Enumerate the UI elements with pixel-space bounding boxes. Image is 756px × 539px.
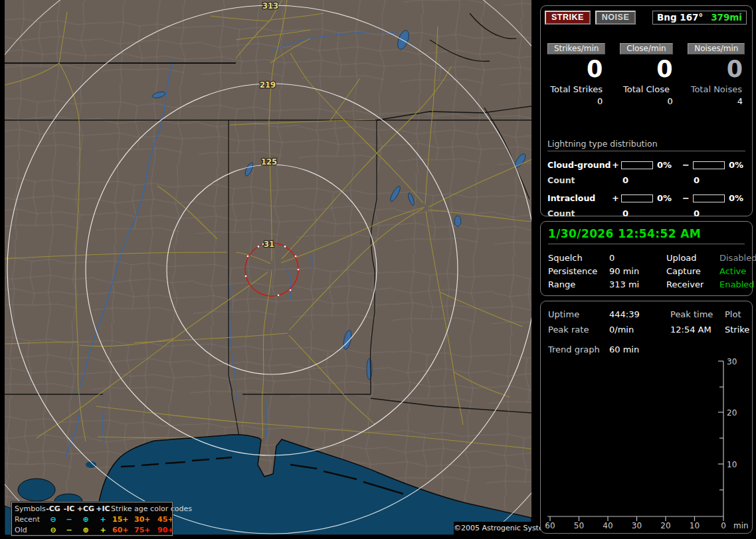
legend-col-neg-ic: -IC (62, 504, 76, 513)
intracloud-row: Intracloud + 0% − 0% (547, 191, 745, 206)
close-counter-column: Close/min 0 Total Close 0 (613, 43, 679, 106)
strikes-counter-column: Strikes/min 0 Total Strikes 0 (543, 43, 609, 106)
noises-counter-column: Noises/min 0 Total Noises 4 (684, 43, 749, 106)
ic-minus-count: 0 (683, 208, 745, 218)
squelch-value: 0 (609, 253, 666, 263)
minus-sign: − (682, 193, 693, 203)
y-axis-ticks (718, 361, 723, 490)
upload-status: Disabled (719, 253, 756, 263)
legend-old-label: Old (15, 526, 45, 534)
legend-col-neg-cg: -CG (45, 504, 62, 513)
age-60: 60+ (111, 526, 133, 534)
pos-cg-old-icon: ⊕ (76, 526, 95, 534)
trend-window-value: 60 min (609, 345, 745, 354)
total-noises-label: Total Noises (684, 84, 749, 94)
ic-plus-bar (621, 194, 653, 202)
map-legend: Symbols -CG -IC +CG +IC Strike age color… (11, 502, 173, 536)
neg-cg-recent-icon: ⊖ (45, 515, 62, 524)
intracloud-label: Intracloud (547, 193, 612, 203)
neg-ic-old-icon: − (62, 526, 76, 534)
legend-age-header: Strike age color codes (111, 504, 175, 513)
receiver-label: Receiver (666, 279, 719, 289)
cg-minus-bar (693, 161, 725, 169)
pos-ic-recent-icon: + (95, 515, 111, 524)
legend-col-pos-ic: +IC (95, 504, 111, 513)
persistence-label: Persistence (548, 266, 609, 276)
close-per-min-label: Close/min (620, 43, 672, 54)
age-15: 15+ (111, 515, 133, 524)
age-30: 30+ (133, 515, 156, 524)
legend-symbols-header: Symbols (15, 504, 45, 513)
lightning-map[interactable]: 313 219 125 31 Symbols -CG -IC +CG +IC S… (5, 0, 531, 535)
x-tick-10: 10 (690, 521, 700, 530)
app-window: 313 219 125 31 Symbols -CG -IC +CG +IC S… (0, 0, 756, 539)
ring-label-219: 219 (260, 80, 276, 90)
uptime-label: Uptime (548, 309, 609, 319)
x-tick-20: 20 (660, 521, 670, 530)
x-tick-50: 50 (574, 521, 584, 530)
cg-minus-count: 0 (683, 175, 745, 185)
ic-count-label: Count (547, 208, 612, 218)
trend-graph-row: Trend graph 60 min (548, 342, 745, 356)
strikes-per-min-label: Strikes/min (547, 43, 605, 54)
intracloud-count-row: Count 0 0 (547, 206, 745, 221)
mode-button-row: STRIKE NOISE Bng 167° 379mi (545, 11, 747, 25)
noises-per-min-label: Noises/min (688, 43, 745, 54)
upload-label: Upload (666, 253, 719, 263)
pos-ic-old-icon: + (95, 526, 111, 534)
plot-label: Plot (725, 309, 745, 319)
total-close-value: 0 (613, 96, 679, 106)
strike-mode-button[interactable]: STRIKE (545, 11, 591, 25)
stats-panel: Uptime 444:39 Peak time Plot Peak rate 0… (540, 301, 753, 534)
trend-graph-label: Trend graph (548, 345, 609, 354)
trend-graph-chart: 30 20 10 60 50 40 30 20 10 0 min (541, 357, 751, 530)
age-90: 90+ (156, 526, 175, 534)
capture-label: Capture (666, 266, 719, 276)
ring-label-313: 313 (262, 1, 278, 11)
distribution-title: Lightning type distribution (547, 139, 745, 151)
y-tick-30: 30 (727, 357, 737, 366)
y-tick-20: 20 (727, 408, 737, 418)
ic-plus-count: 0 (612, 208, 683, 218)
x-tick-60: 60 (545, 521, 555, 530)
close-per-min-value: 0 (613, 56, 679, 82)
cg-plus-pct: 0% (654, 160, 682, 170)
noise-mode-button[interactable]: NOISE (595, 11, 636, 25)
persistence-value: 90 min (609, 266, 666, 276)
ic-plus-pct: 0% (654, 193, 682, 203)
x-tick-40: 40 (603, 521, 613, 530)
ring-label-125: 125 (261, 157, 277, 167)
cg-minus-pct: 0% (726, 160, 753, 170)
x-tick-30: 30 (632, 521, 642, 530)
age-45: 45+ (156, 515, 175, 524)
cg-plus-count: 0 (612, 175, 683, 185)
rate-counters: Strikes/min 0 Total Strikes 0 Close/min … (543, 43, 749, 106)
x-axis-labels: 60 50 40 30 20 10 0 (545, 521, 725, 530)
peak-rate-value: 0/min (609, 325, 670, 335)
plus-sign: + (612, 160, 621, 170)
neg-ic-recent-icon: − (62, 515, 76, 524)
copyright-notice: ©2005 Astrogenic Systems (454, 522, 536, 535)
y-tick-10: 10 (727, 460, 737, 469)
noises-per-min-value: 0 (684, 56, 749, 82)
range-value: 313 mi (609, 279, 666, 289)
legend-row-old: Old ⊖ − ⊕ + 60+ 75+ 90+ (15, 524, 171, 535)
x-axis-ticks (550, 516, 723, 521)
peak-time-label: Peak time (670, 309, 725, 319)
range-label: Range (548, 279, 609, 289)
map-canvas: 313 219 125 31 (5, 0, 531, 535)
ring-label-31: 31 (264, 240, 274, 249)
squelch-label: Squelch (548, 253, 609, 263)
total-noises-value: 4 (684, 96, 749, 106)
bearing-indicator: Bng 167° 379mi (652, 11, 747, 25)
legend-col-pos-cg: +CG (76, 504, 95, 513)
total-strikes-label: Total Strikes (543, 84, 609, 94)
cg-count-label: Count (547, 175, 612, 185)
cloud-ground-count-row: Count 0 0 (547, 173, 745, 188)
x-axis-unit: min (733, 521, 749, 530)
age-75: 75+ (133, 526, 156, 534)
legend-row-recent: Recent ⊖ − ⊕ + 15+ 30+ 45+ (15, 514, 171, 524)
cloud-ground-row: Cloud-ground + 0% − 0% (547, 157, 745, 173)
plus-sign: + (612, 193, 621, 203)
counters-panel: STRIKE NOISE Bng 167° 379mi Strikes/min … (540, 5, 753, 216)
